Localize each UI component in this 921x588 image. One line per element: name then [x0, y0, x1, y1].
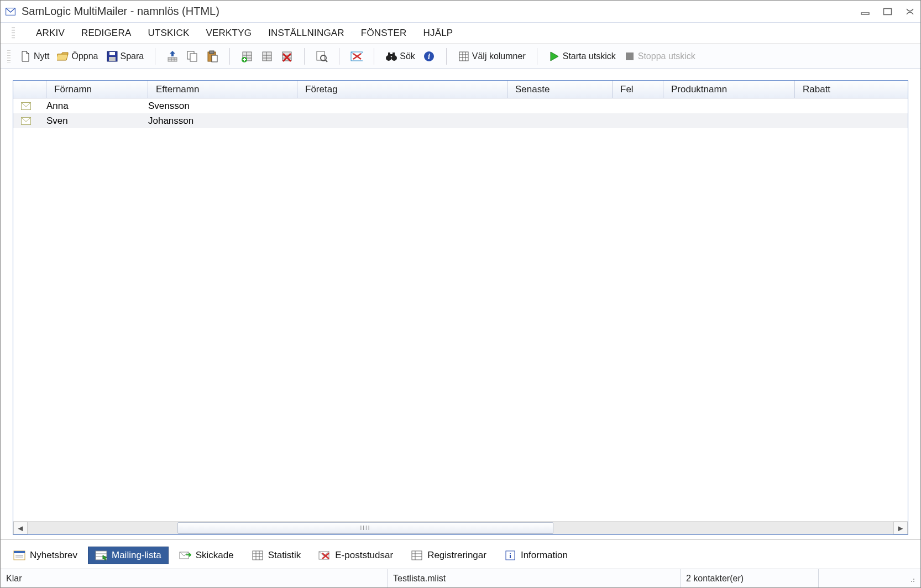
new-button[interactable]: Nytt [17, 47, 51, 66]
copy-icon [186, 50, 198, 62]
minimize-button[interactable] [860, 6, 872, 18]
svg-rect-60 [412, 551, 422, 560]
stats-icon [252, 550, 264, 561]
tab-label: E-poststudsar [335, 550, 393, 561]
edit-record-icon [261, 50, 273, 62]
scroll-left-button[interactable]: ◄ [13, 522, 28, 534]
paste-button[interactable] [204, 47, 221, 66]
scroll-right-button[interactable]: ► [893, 522, 908, 534]
toolbar-separator [339, 48, 339, 65]
col-fornamn[interactable]: Förnamn [46, 81, 148, 98]
row-icon-cell [13, 102, 46, 110]
toolbar-gripper[interactable] [7, 50, 11, 62]
tab-label: Skickade [196, 550, 234, 561]
col-fel[interactable]: Fel [613, 81, 663, 98]
tab-skickade[interactable]: Skickade [172, 547, 241, 564]
table-row[interactable]: Anna Svensson [13, 98, 908, 113]
col-produkt[interactable]: Produktnamn [663, 81, 795, 98]
table-row[interactable]: Sven Johansson [13, 113, 908, 128]
open-button[interactable]: Öppna [55, 47, 100, 66]
svg-point-69 [911, 581, 912, 582]
tab-registreringar[interactable]: Registreringar [404, 547, 494, 564]
menu-redigera[interactable]: REDIGERA [81, 28, 131, 39]
toolbar-separator [229, 48, 230, 65]
binoculars-icon [385, 50, 397, 62]
tab-information[interactable]: i Information [497, 547, 575, 564]
mail-cancel-icon [350, 50, 363, 62]
resize-grip[interactable] [904, 569, 920, 587]
tab-label: Nyhetsbrev [30, 550, 77, 561]
col-efternamn[interactable]: Efternamn [148, 81, 297, 98]
menu-installningar[interactable]: INSTÄLLNINGAR [268, 28, 344, 39]
toolbar: Nytt Öppna Spara [1, 44, 920, 69]
play-icon [548, 50, 561, 62]
tab-label: Registreringar [427, 550, 486, 561]
work-area: Förnamn Efternamn Företag Senaste Fel Pr… [1, 69, 920, 539]
cell-fornamn: Sven [46, 116, 148, 127]
menu-fonster[interactable]: FÖNSTER [361, 28, 407, 39]
svg-rect-4 [109, 52, 115, 55]
menu-gripper[interactable] [12, 27, 15, 39]
svg-text:i: i [428, 53, 430, 61]
status-bar: Klar Testlista.mlist 2 kontakter(er) [1, 569, 920, 587]
registrations-icon [411, 550, 423, 561]
col-rabatt[interactable]: Rabatt [795, 81, 908, 98]
import-button[interactable] [164, 47, 181, 66]
choose-columns-button[interactable]: Välj kolumner [456, 47, 528, 66]
save-button[interactable]: Spara [104, 47, 146, 66]
close-button[interactable] [904, 6, 916, 18]
save-label: Spara [121, 51, 144, 61]
horizontal-scrollbar[interactable]: ◄ IIII ► [13, 521, 908, 534]
new-file-icon [19, 50, 32, 62]
svg-rect-43 [626, 53, 634, 60]
contact-grid: Förnamn Efternamn Företag Senaste Fel Pr… [13, 80, 908, 535]
col-icon[interactable] [13, 81, 46, 98]
window-controls [860, 6, 916, 18]
tab-label: Statistik [268, 550, 301, 561]
cell-fornamn: Anna [46, 101, 148, 112]
svg-rect-13 [210, 51, 214, 54]
bottom-tab-bar: Nyhetsbrev Mailing-lista Skickade Statis… [1, 539, 920, 569]
start-send-label: Starta utskick [563, 51, 616, 61]
scroll-track[interactable]: IIII [28, 522, 893, 534]
grid-body[interactable]: Anna Svensson Sven Johansson [13, 98, 908, 521]
delete-record-icon [281, 50, 293, 62]
tab-nyhetsbrev[interactable]: Nyhetsbrev [6, 547, 85, 564]
maximize-button[interactable] [882, 6, 894, 18]
status-spacer [819, 569, 904, 587]
stop-icon [624, 50, 636, 62]
paste-icon [206, 50, 218, 62]
col-foretag[interactable]: Företag [297, 81, 507, 98]
tab-epoststudsar[interactable]: E-poststudsar [311, 547, 400, 564]
col-senaste[interactable]: Senaste [507, 81, 613, 98]
tab-statistik[interactable]: Statistik [244, 547, 308, 564]
toolbar-separator [446, 48, 447, 65]
svg-point-67 [913, 579, 914, 580]
tab-label: Information [521, 550, 568, 561]
mail-cancel-button[interactable] [348, 47, 365, 66]
start-send-button[interactable]: Starta utskick [546, 47, 618, 66]
envelope-icon [21, 102, 31, 110]
menu-hjalp[interactable]: HJÄLP [423, 28, 453, 39]
edit-record-button[interactable] [259, 47, 275, 66]
copy-button[interactable] [184, 47, 201, 66]
svg-rect-20 [263, 52, 271, 61]
menu-arkiv[interactable]: ARKIV [36, 28, 65, 39]
newsletter-icon [13, 550, 25, 561]
menu-verktyg[interactable]: VERKTYG [206, 28, 252, 39]
info-button[interactable]: i [421, 47, 437, 66]
svg-rect-2 [884, 8, 892, 14]
tab-mailing-lista[interactable]: Mailing-lista [88, 547, 169, 564]
search-button[interactable]: Sök [383, 47, 417, 66]
add-record-button[interactable] [239, 47, 255, 66]
preview-button[interactable] [313, 47, 330, 66]
svg-rect-54 [253, 551, 263, 560]
delete-record-button[interactable] [279, 47, 295, 66]
scroll-thumb[interactable]: IIII [177, 522, 553, 534]
envelope-icon [21, 117, 31, 125]
add-record-icon [241, 50, 253, 62]
stop-send-button[interactable]: Stoppa utskick [621, 47, 698, 66]
menu-utskick[interactable]: UTSKICK [148, 28, 189, 39]
row-icon-cell [13, 117, 46, 125]
svg-point-70 [913, 581, 914, 582]
